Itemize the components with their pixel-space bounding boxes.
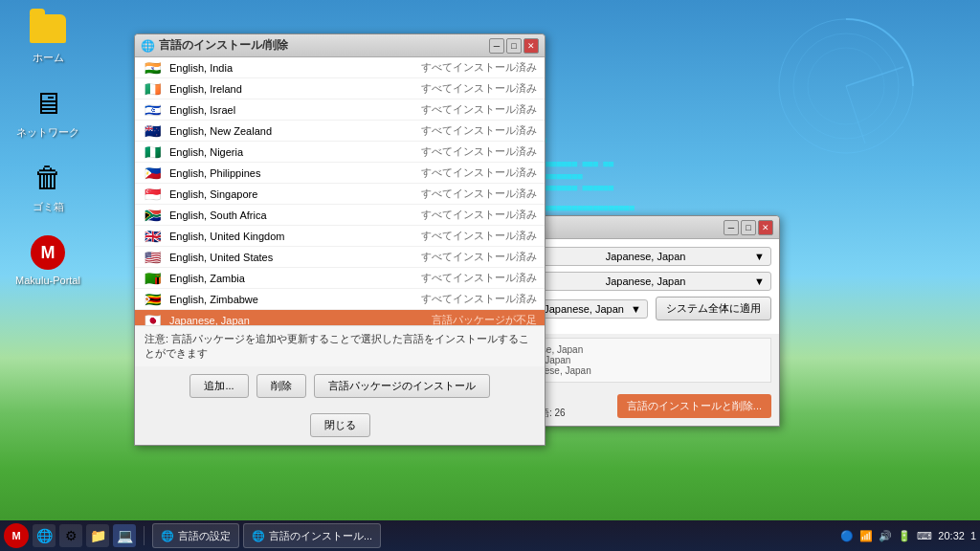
lang-flag: 🇮🇪	[143, 82, 162, 96]
lang-status: すべてインストール済み	[421, 81, 537, 96]
lang-add-btn[interactable]: 追加...	[189, 374, 248, 398]
trash-icon-label: ゴミ箱	[33, 200, 64, 214]
lang-name: English, India	[169, 62, 421, 74]
desktop-icons: ホーム 🖥 ネットワーク 🗑 ゴミ箱 M Makulu-Portal	[14, 10, 81, 286]
taskbar-battery: 🔋	[898, 530, 911, 542]
lang-name: English, Philippines	[169, 167, 421, 179]
lang-flag: 🇿🇼	[143, 293, 162, 306]
lang-close-row: 閉じる	[135, 406, 545, 445]
lang-install-titlebar: 🌐 言語のインストール/削除 ─ □ ✕	[135, 34, 545, 57]
lang-list-item[interactable]: 🇮🇳English, Indiaすべてインストール済み	[135, 57, 545, 78]
lang-flag: 🇿🇦	[143, 209, 162, 222]
taskbar-files-btn[interactable]: 📁	[86, 524, 109, 547]
lang-install-and-remove-btn[interactable]: 言語のインストールと削除...	[617, 394, 771, 418]
taskbar-terminal-btn[interactable]: 💻	[113, 524, 136, 547]
lang-list-item[interactable]: 🇬🇧English, United Kingdomすべてインストール済み	[135, 226, 545, 247]
lang-install-maximize-btn[interactable]: □	[506, 38, 522, 54]
taskbar-separator	[144, 526, 145, 545]
lang-list-item[interactable]: 🇿🇦English, South Africaすべてインストール済み	[135, 205, 545, 226]
makulu-icon: M	[29, 233, 67, 272]
lang-name: English, Nigeria	[169, 146, 421, 158]
lang-status: すべてインストール済み	[421, 144, 537, 159]
network-icon-label: ネットワーク	[16, 125, 79, 140]
lang-name: English, United Kingdom	[169, 231, 421, 242]
desktop: ■■■■■■■■■ ■■■■■■ ■■■■■■ ■■ ■■■■■■■■■■■■■…	[0, 0, 980, 551]
lang-list-item[interactable]: 🇯🇵Japanese, Japan言語パッケージが不足	[135, 310, 545, 325]
lang-list-item[interactable]: 🇿🇼English, Zimbabweすべてインストール済み	[135, 289, 545, 310]
lang-install-close-btn[interactable]: ✕	[523, 38, 539, 54]
lang-status: すべてインストール済み	[421, 102, 537, 117]
lang-close-btn[interactable]: 閉じる	[310, 413, 370, 437]
lang-list-item[interactable]: 🇮🇱English, Israelすべてインストール済み	[135, 99, 545, 121]
taskbar-lang-install-icon: 🌐	[252, 530, 265, 542]
lang-name: English, United States	[169, 252, 421, 263]
lang-flag: 🇺🇸	[143, 251, 162, 264]
lang-status: すべてインストール済み	[421, 250, 537, 264]
taskbar-clock: 20:32	[938, 530, 965, 541]
lang-flag: 🇸🇬	[143, 187, 162, 201]
lang-list-item[interactable]: 🇳🇿English, New Zealandすべてインストール済み	[135, 121, 545, 142]
lang-name: Japanese, Japan	[169, 315, 432, 326]
lang-status: すべてインストール済み	[421, 208, 537, 222]
taskbar-makulu-btn[interactable]: M	[4, 523, 29, 548]
taskbar-lang-settings-label: 言語の設定	[178, 529, 231, 543]
desktop-icon-home[interactable]: ホーム	[14, 10, 81, 65]
lang-buttons: 追加... 削除 言語パッケージのインストール	[135, 366, 545, 406]
lang-flag: 🇳🇬	[143, 145, 162, 159]
lang-install-note: 注意: 言語パッケージを追加や更新することで選択した言語をインストールすることが…	[135, 325, 545, 366]
lang-status: すべてインストール済み	[421, 229, 537, 243]
lang-settings-close-btn[interactable]: ✕	[758, 220, 773, 235]
makulu-letter: M	[31, 235, 65, 270]
desktop-icon-trash[interactable]: 🗑 ゴミ箱	[14, 159, 81, 214]
makulu-icon-label: Makulu-Portal	[15, 275, 80, 286]
lang-install-title-icon: 🌐	[141, 39, 155, 53]
taskbar-lang-install-btn[interactable]: 🌐 言語のインストール...	[243, 523, 381, 548]
lang-name: English, New Zealand	[169, 125, 421, 137]
lang-name: English, Zimbabwe	[169, 294, 421, 305]
lang-flag: 🇮🇳	[143, 61, 162, 75]
lang-flag: 🇳🇿	[143, 124, 162, 138]
lang-status: すべてインストール済み	[421, 165, 537, 180]
lang-install-packages-btn[interactable]: 言語パッケージのインストール	[314, 374, 490, 398]
taskbar-keyboard: ⌨	[917, 530, 932, 542]
lang-name: English, South Africa	[169, 209, 421, 221]
lang-install-controls: ─ □ ✕	[489, 38, 539, 54]
taskbar-settings-btn[interactable]: ⚙	[59, 524, 82, 547]
taskbar-browser-btn[interactable]: 🌐	[33, 524, 56, 547]
lang-name: English, Ireland	[169, 83, 421, 95]
lang-name: English, Zambia	[169, 273, 421, 284]
lang-status: すべてインストール済み	[421, 271, 537, 285]
trash-icon: 🗑	[29, 159, 67, 197]
lang-status: 言語パッケージが不足	[432, 313, 537, 325]
lang-install-title: 言語のインストール/削除	[159, 37, 489, 54]
lang-remove-btn[interactable]: 削除	[256, 374, 306, 398]
settings-lang-dropdown[interactable]: Japanese, Japan ▼	[519, 247, 771, 266]
lang-settings-minimize-btn[interactable]: ─	[724, 220, 739, 235]
lang-name: English, Singapore	[169, 188, 421, 200]
lang-list-item[interactable]: 🇳🇬English, Nigeriaすべてインストール済み	[135, 142, 545, 163]
lang-list-item[interactable]: 🇵🇭English, Philippinesすべてインストール済み	[135, 163, 545, 184]
desktop-icon-makulu[interactable]: M Makulu-Portal	[14, 233, 81, 286]
lang-install-minimize-btn[interactable]: ─	[489, 38, 504, 54]
settings-unit-dropdown[interactable]: Japanese, Japan ▼	[519, 272, 771, 291]
lang-list-item[interactable]: 🇸🇬English, Singaporeすべてインストール済み	[135, 184, 545, 205]
taskbar: M 🌐 ⚙ 📁 💻 🌐 言語の設定 🌐 言語のインストール... 🔵 📶 🔊 🔋…	[0, 520, 980, 551]
lang-status: すべてインストール済み	[421, 187, 537, 201]
lang-list-item[interactable]: 🇮🇪English, Irelandすべてインストール済み	[135, 78, 545, 99]
lang-flag: 🇵🇭	[143, 166, 162, 180]
lang-flag: 🇯🇵	[143, 314, 162, 326]
lang-settings-maximize-btn[interactable]: □	[741, 220, 756, 235]
lang-flag: 🇮🇱	[143, 103, 162, 117]
taskbar-lang-settings-btn[interactable]: 🌐 言語の設定	[152, 523, 239, 548]
lang-flag: 🇿🇲	[143, 272, 162, 285]
desktop-icon-network[interactable]: 🖥 ネットワーク	[14, 84, 81, 140]
lang-status: すべてインストール済み	[421, 60, 537, 75]
lang-flag: 🇬🇧	[143, 230, 162, 243]
lang-list-item[interactable]: 🇿🇲English, Zambiaすべてインストール済み	[135, 268, 545, 289]
system-apply-btn[interactable]: システム全体に適用	[656, 297, 771, 320]
taskbar-wifi: 📶	[859, 530, 873, 542]
taskbar-bluetooth: 🔵	[840, 530, 854, 542]
taskbar-left: M 🌐 ⚙ 📁 💻 🌐 言語の設定 🌐 言語のインストール...	[4, 523, 840, 548]
taskbar-lang-install-label: 言語のインストール...	[269, 529, 372, 543]
lang-list-item[interactable]: 🇺🇸English, United Statesすべてインストール済み	[135, 247, 545, 268]
